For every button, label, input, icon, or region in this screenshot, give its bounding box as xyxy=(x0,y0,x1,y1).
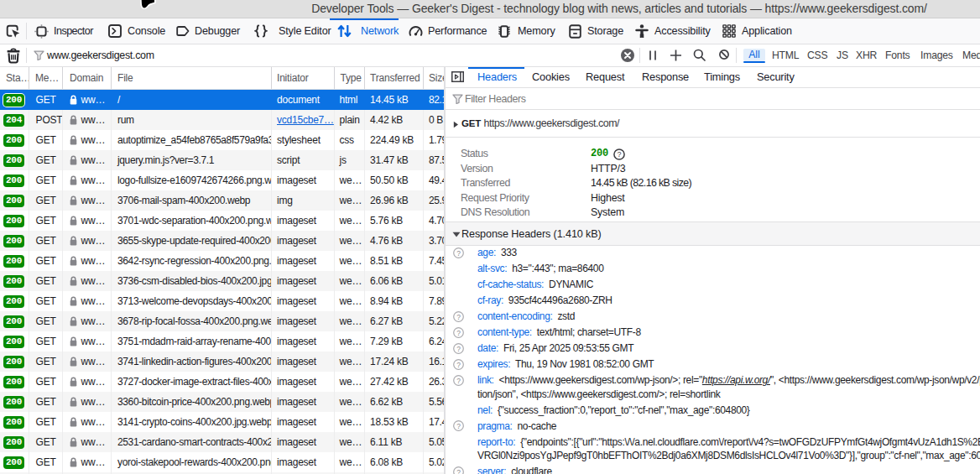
svg-text:?: ? xyxy=(456,248,461,257)
svg-text:?: ? xyxy=(456,312,461,320)
svg-text:?: ? xyxy=(617,150,621,159)
svg-text:?: ? xyxy=(456,360,461,368)
svg-text:?: ? xyxy=(456,328,461,336)
svg-text:?: ? xyxy=(456,376,461,384)
svg-text:?: ? xyxy=(456,468,461,474)
svg-text:?: ? xyxy=(456,422,461,430)
svg-text:?: ? xyxy=(456,344,461,352)
